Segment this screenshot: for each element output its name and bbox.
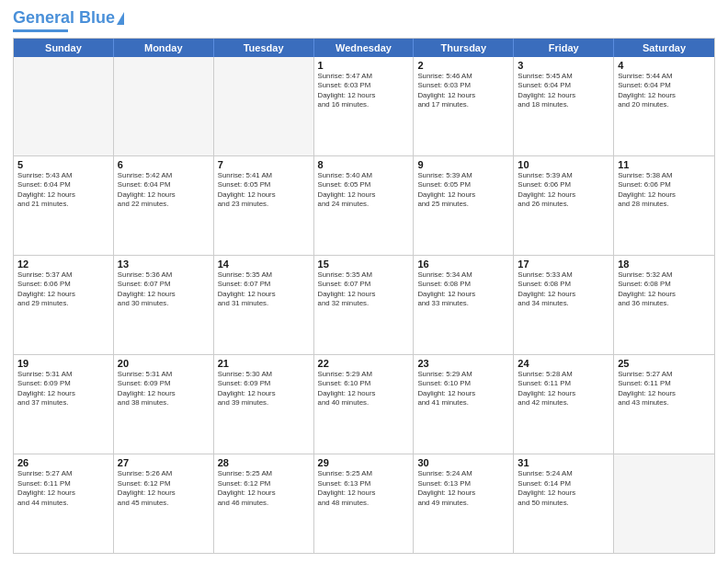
cell-info: Sunrise: 5:27 AMSunset: 6:11 PMDaylight:… <box>618 370 711 408</box>
logo-general: General <box>13 8 74 27</box>
calendar-cell: 27Sunrise: 5:26 AMSunset: 6:12 PMDayligh… <box>114 454 214 553</box>
day-number: 11 <box>618 159 711 170</box>
day-number: 23 <box>417 358 509 369</box>
calendar-cell: 31Sunrise: 5:24 AMSunset: 6:14 PMDayligh… <box>514 454 614 553</box>
cell-info: Sunrise: 5:46 AMSunset: 6:03 PMDaylight:… <box>417 72 509 110</box>
cell-info: Sunrise: 5:24 AMSunset: 6:13 PMDaylight:… <box>417 469 509 508</box>
header-day-tuesday: Tuesday <box>214 39 314 57</box>
day-number: 18 <box>618 259 711 270</box>
calendar-cell: 4Sunrise: 5:44 AMSunset: 6:04 PMDaylight… <box>614 57 714 155</box>
calendar-header: SundayMondayTuesdayWednesdayThursdayFrid… <box>14 39 714 57</box>
calendar-cell: 15Sunrise: 5:35 AMSunset: 6:07 PMDayligh… <box>314 256 415 354</box>
calendar-cell: 8Sunrise: 5:40 AMSunset: 6:05 PMDaylight… <box>314 156 415 255</box>
header-day-sunday: Sunday <box>14 39 114 57</box>
logo-line <box>13 29 68 32</box>
cell-info: Sunrise: 5:30 AMSunset: 6:09 PMDaylight:… <box>218 370 310 408</box>
calendar-cell <box>214 57 314 155</box>
calendar-row-4: 26Sunrise: 5:27 AMSunset: 6:11 PMDayligh… <box>14 454 714 553</box>
day-number: 8 <box>318 159 410 170</box>
day-number: 19 <box>17 358 109 369</box>
logo: General Blue <box>13 9 124 32</box>
calendar-cell: 22Sunrise: 5:29 AMSunset: 6:10 PMDayligh… <box>314 355 415 454</box>
cell-info: Sunrise: 5:34 AMSunset: 6:08 PMDaylight:… <box>417 270 509 309</box>
calendar-cell <box>614 454 714 553</box>
calendar-cell: 10Sunrise: 5:39 AMSunset: 6:06 PMDayligh… <box>514 156 614 255</box>
cell-info: Sunrise: 5:29 AMSunset: 6:10 PMDaylight:… <box>318 370 410 408</box>
header-day-wednesday: Wednesday <box>314 39 415 57</box>
calendar-cell: 5Sunrise: 5:43 AMSunset: 6:04 PMDaylight… <box>14 156 114 255</box>
calendar-cell: 28Sunrise: 5:25 AMSunset: 6:12 PMDayligh… <box>214 454 314 553</box>
day-number: 13 <box>118 259 210 270</box>
day-number: 29 <box>318 457 410 468</box>
day-number: 24 <box>518 358 609 369</box>
cell-info: Sunrise: 5:29 AMSunset: 6:10 PMDaylight:… <box>417 370 509 408</box>
calendar-cell: 12Sunrise: 5:37 AMSunset: 6:06 PMDayligh… <box>14 256 114 354</box>
day-number: 9 <box>417 159 509 170</box>
cell-info: Sunrise: 5:47 AMSunset: 6:03 PMDaylight:… <box>318 72 410 110</box>
calendar-row-0: 1Sunrise: 5:47 AMSunset: 6:03 PMDaylight… <box>14 57 714 155</box>
cell-info: Sunrise: 5:45 AMSunset: 6:04 PMDaylight:… <box>518 72 609 110</box>
day-number: 6 <box>118 159 210 170</box>
calendar-cell: 19Sunrise: 5:31 AMSunset: 6:09 PMDayligh… <box>14 355 114 454</box>
calendar-cell: 3Sunrise: 5:45 AMSunset: 6:04 PMDaylight… <box>514 57 614 155</box>
header-day-saturday: Saturday <box>614 39 714 57</box>
logo-text: General Blue <box>13 9 115 28</box>
page: General Blue SundayMondayTuesdayWednesda… <box>0 0 728 563</box>
day-number: 12 <box>17 259 109 270</box>
cell-info: Sunrise: 5:35 AMSunset: 6:07 PMDaylight:… <box>218 270 310 309</box>
cell-info: Sunrise: 5:28 AMSunset: 6:11 PMDaylight:… <box>518 370 609 408</box>
cell-info: Sunrise: 5:35 AMSunset: 6:07 PMDaylight:… <box>318 270 410 309</box>
calendar-cell <box>14 57 114 155</box>
day-number: 27 <box>118 457 210 468</box>
day-number: 22 <box>318 358 410 369</box>
logo-blue: Blue <box>79 8 115 27</box>
day-number: 30 <box>417 457 509 468</box>
cell-info: Sunrise: 5:41 AMSunset: 6:05 PMDaylight:… <box>218 171 310 210</box>
header-day-thursday: Thursday <box>414 39 514 57</box>
cell-info: Sunrise: 5:40 AMSunset: 6:05 PMDaylight:… <box>318 171 410 210</box>
calendar: SundayMondayTuesdayWednesdayThursdayFrid… <box>13 38 715 554</box>
cell-info: Sunrise: 5:39 AMSunset: 6:06 PMDaylight:… <box>518 171 609 210</box>
cell-info: Sunrise: 5:43 AMSunset: 6:04 PMDaylight:… <box>17 171 109 210</box>
calendar-cell: 23Sunrise: 5:29 AMSunset: 6:10 PMDayligh… <box>414 355 514 454</box>
cell-info: Sunrise: 5:33 AMSunset: 6:08 PMDaylight:… <box>518 270 609 309</box>
cell-info: Sunrise: 5:26 AMSunset: 6:12 PMDaylight:… <box>118 469 210 508</box>
calendar-cell: 29Sunrise: 5:25 AMSunset: 6:13 PMDayligh… <box>314 454 415 553</box>
day-number: 28 <box>218 457 310 468</box>
day-number: 2 <box>417 60 509 71</box>
day-number: 15 <box>318 259 410 270</box>
calendar-cell: 14Sunrise: 5:35 AMSunset: 6:07 PMDayligh… <box>214 256 314 354</box>
calendar-cell: 20Sunrise: 5:31 AMSunset: 6:09 PMDayligh… <box>114 355 214 454</box>
calendar-cell: 17Sunrise: 5:33 AMSunset: 6:08 PMDayligh… <box>514 256 614 354</box>
calendar-cell: 7Sunrise: 5:41 AMSunset: 6:05 PMDaylight… <box>214 156 314 255</box>
cell-info: Sunrise: 5:25 AMSunset: 6:13 PMDaylight:… <box>318 469 410 508</box>
calendar-cell: 16Sunrise: 5:34 AMSunset: 6:08 PMDayligh… <box>414 256 514 354</box>
calendar-cell: 25Sunrise: 5:27 AMSunset: 6:11 PMDayligh… <box>614 355 714 454</box>
calendar-cell: 1Sunrise: 5:47 AMSunset: 6:03 PMDaylight… <box>314 57 415 155</box>
cell-info: Sunrise: 5:25 AMSunset: 6:12 PMDaylight:… <box>218 469 310 508</box>
day-number: 20 <box>118 358 210 369</box>
day-number: 4 <box>618 60 711 71</box>
calendar-cell: 6Sunrise: 5:42 AMSunset: 6:04 PMDaylight… <box>114 156 214 255</box>
calendar-cell <box>114 57 214 155</box>
cell-info: Sunrise: 5:31 AMSunset: 6:09 PMDaylight:… <box>118 370 210 408</box>
day-number: 3 <box>518 60 609 71</box>
day-number: 25 <box>618 358 711 369</box>
cell-info: Sunrise: 5:24 AMSunset: 6:14 PMDaylight:… <box>518 469 609 508</box>
calendar-cell: 13Sunrise: 5:36 AMSunset: 6:07 PMDayligh… <box>114 256 214 354</box>
cell-info: Sunrise: 5:31 AMSunset: 6:09 PMDaylight:… <box>17 370 109 408</box>
calendar-row-2: 12Sunrise: 5:37 AMSunset: 6:06 PMDayligh… <box>14 255 714 354</box>
logo-triangle-icon <box>117 12 124 25</box>
calendar-cell: 24Sunrise: 5:28 AMSunset: 6:11 PMDayligh… <box>514 355 614 454</box>
header-day-friday: Friday <box>514 39 614 57</box>
calendar-cell: 11Sunrise: 5:38 AMSunset: 6:06 PMDayligh… <box>614 156 714 255</box>
header: General Blue <box>13 9 715 32</box>
cell-info: Sunrise: 5:38 AMSunset: 6:06 PMDaylight:… <box>618 171 711 210</box>
day-number: 16 <box>417 259 509 270</box>
cell-info: Sunrise: 5:27 AMSunset: 6:11 PMDaylight:… <box>17 469 109 508</box>
calendar-body: 1Sunrise: 5:47 AMSunset: 6:03 PMDaylight… <box>14 57 714 553</box>
cell-info: Sunrise: 5:32 AMSunset: 6:08 PMDaylight:… <box>618 270 711 309</box>
day-number: 7 <box>218 159 310 170</box>
calendar-row-3: 19Sunrise: 5:31 AMSunset: 6:09 PMDayligh… <box>14 354 714 454</box>
day-number: 5 <box>17 159 109 170</box>
